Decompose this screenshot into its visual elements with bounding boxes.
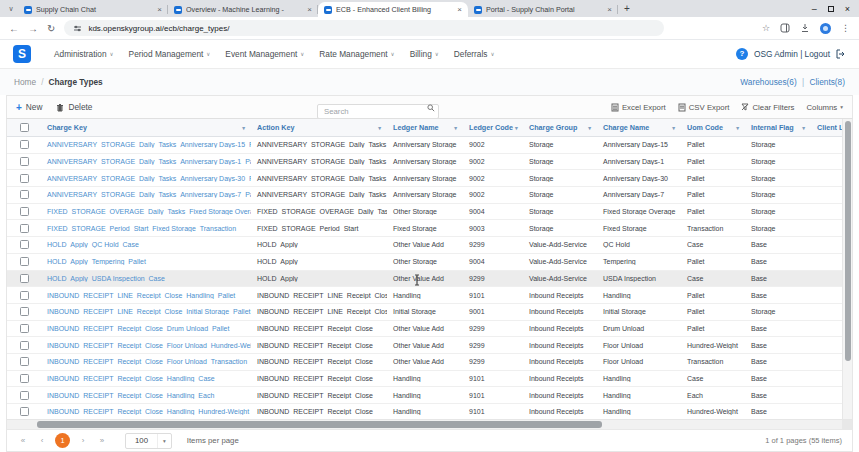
row-checkbox[interactable] [7, 240, 41, 249]
column-header-uom-code[interactable]: Uom Code▾ [681, 119, 745, 137]
nav-item-deferrals[interactable]: Deferrals∨ [454, 49, 495, 59]
filter-dropdown-icon[interactable]: ▾ [736, 125, 739, 131]
table-row[interactable]: INBOUND_RECEIPT_Receipt_Close_Handling_E… [7, 387, 852, 404]
new-button[interactable]: + New [16, 102, 42, 113]
logout-icon[interactable] [836, 49, 846, 59]
prev-page-button[interactable]: ‹ [36, 436, 48, 445]
table-row[interactable]: HOLD_Apply_QC Hold_CaseHOLD_ApplyOther V… [7, 237, 852, 254]
reload-button[interactable]: ↻ [47, 23, 55, 34]
browser-tab[interactable]: ECB - Enhanced Client Billing× [318, 2, 468, 17]
charge-key-link[interactable]: ANNIVERSARY_STORAGE_Daily_Tasks_Annivers… [41, 175, 251, 182]
nav-item-administration[interactable]: Administration∨ [54, 49, 114, 59]
filter-dropdown-icon[interactable]: ▾ [802, 125, 805, 131]
window-minimize-button[interactable]: – [812, 4, 817, 14]
charge-key-link[interactable]: INBOUND_RECEIPT_Receipt_Close_Handling_E… [41, 392, 251, 399]
filter-dropdown-icon[interactable]: ▾ [515, 125, 518, 131]
first-page-button[interactable]: « [17, 436, 29, 445]
column-header-ledger-code[interactable]: Ledger Code▾ [463, 119, 523, 137]
nav-item-billing[interactable]: Billing∨ [410, 49, 439, 59]
filter-dropdown-icon[interactable]: ▾ [454, 125, 457, 131]
search-icon[interactable] [427, 104, 435, 112]
column-header-action-key[interactable]: Action Key▾ [251, 119, 387, 137]
charge-key-link[interactable]: HOLD_Apply_USDA Inspection_Case [41, 275, 251, 282]
excel-export-button[interactable]: Excel Export [611, 103, 666, 112]
tab-search-button[interactable]: ∨ [4, 5, 18, 13]
charge-key-link[interactable]: INBOUND_RECEIPT_LINE_Receipt_Close_Initi… [41, 308, 251, 315]
charge-key-link[interactable]: INBOUND_RECEIPT_Receipt_Close_Drum Unloa… [41, 325, 251, 332]
vertical-scrollbar-thumb[interactable] [845, 121, 851, 361]
filter-dropdown-icon[interactable]: ▾ [672, 125, 675, 131]
row-checkbox[interactable] [7, 324, 41, 333]
table-row[interactable]: INBOUND_RECEIPT_Receipt_Close_Drum Unloa… [7, 321, 852, 338]
row-checkbox[interactable] [7, 407, 41, 416]
row-checkbox[interactable] [7, 374, 41, 383]
vertical-scrollbar[interactable] [842, 119, 852, 419]
column-header-client-li[interactable]: Client Li▾ [811, 119, 844, 137]
url-bar[interactable]: kds.openskygroup.ai/ecb/charge_types/ [64, 20, 664, 36]
page-size-select[interactable]: 100 ▾ [125, 433, 172, 449]
charge-key-link[interactable]: INBOUND_RECEIPT_LINE_Receipt_Close_Handl… [41, 292, 251, 299]
nav-item-rate-management[interactable]: Rate Management∨ [319, 49, 394, 59]
table-row[interactable]: INBOUND_RECEIPT_LINE_Receipt_Close_Handl… [7, 287, 852, 304]
charge-key-link[interactable]: FIXED_STORAGE_Period_Start_Fixed Storage… [41, 225, 251, 232]
current-page-button[interactable]: 1 [55, 433, 70, 448]
table-row[interactable]: INBOUND_RECEIPT_Receipt_Close_Floor Unlo… [7, 354, 852, 371]
new-tab-button[interactable]: + [624, 3, 630, 14]
row-checkbox[interactable] [7, 174, 41, 183]
browser-tab[interactable]: Supply Chain Chat× [18, 2, 168, 17]
browser-menu-icon[interactable]: ⋮ [841, 23, 850, 33]
table-row[interactable]: HOLD_Apply_USDA Inspection_CaseHOLD_Appl… [7, 271, 852, 288]
horizontal-scrollbar[interactable] [6, 420, 853, 429]
column-header-internal-flag[interactable]: Internal Flag▾ [745, 119, 811, 137]
row-checkbox[interactable] [7, 274, 41, 283]
table-row[interactable]: HOLD_Apply_Tempering_PalletHOLD_ApplyOth… [7, 254, 852, 271]
row-checkbox[interactable] [7, 224, 41, 233]
filter-dropdown-icon[interactable]: ▾ [242, 125, 245, 131]
charge-key-link[interactable]: HOLD_Apply_Tempering_Pallet [41, 258, 251, 265]
charge-key-link[interactable]: INBOUND_RECEIPT_Receipt_Close_Floor Unlo… [41, 358, 251, 365]
filter-dropdown-icon[interactable]: ▾ [588, 125, 591, 131]
table-row[interactable]: FIXED_STORAGE_OVERAGE_Daily_Tasks_Fixed … [7, 204, 852, 221]
table-row[interactable]: INBOUND_RECEIPT_Receipt_Close_Handling_H… [7, 404, 852, 420]
breadcrumb-home[interactable]: Home [14, 77, 36, 87]
row-checkbox[interactable] [7, 190, 41, 199]
browser-tab[interactable]: Overview - Machine Learning -× [168, 2, 318, 17]
nav-item-event-management[interactable]: Event Management∨ [225, 49, 304, 59]
forward-button[interactable]: → [28, 23, 38, 34]
row-checkbox[interactable] [7, 207, 41, 216]
browser-tab[interactable]: Portal - Supply Chain Portal× [468, 2, 618, 17]
table-row[interactable]: ANNIVERSARY_STORAGE_Daily_Tasks_Annivers… [7, 154, 852, 171]
tab-close-icon[interactable]: × [307, 5, 312, 14]
chevron-down-icon[interactable]: ▾ [157, 434, 171, 448]
horizontal-scrollbar-thumb[interactable] [37, 421, 602, 428]
column-header-charge-group[interactable]: Charge Group▾ [523, 119, 597, 137]
table-row[interactable]: ANNIVERSARY_STORAGE_Daily_Tasks_Annivers… [7, 187, 852, 204]
column-header-charge-key[interactable]: Charge Key▾ [41, 119, 251, 137]
charge-key-link[interactable]: ANNIVERSARY_STORAGE_Daily_Tasks_Annivers… [41, 141, 251, 148]
search-input[interactable] [317, 104, 439, 119]
back-button[interactable]: ← [9, 23, 19, 34]
select-all-checkbox[interactable] [7, 123, 41, 132]
row-checkbox[interactable] [7, 157, 41, 166]
row-checkbox[interactable] [7, 307, 41, 316]
clear-filters-button[interactable]: Clear Filters [741, 103, 794, 112]
next-page-button[interactable]: › [77, 436, 89, 445]
row-checkbox[interactable] [7, 291, 41, 300]
row-checkbox[interactable] [7, 140, 41, 149]
table-row[interactable]: INBOUND_RECEIPT_Receipt_Close_Handling_C… [7, 371, 852, 388]
column-header-ledger-name[interactable]: Ledger Name▾ [387, 119, 463, 137]
user-menu[interactable]: OSG Admin | Logout [754, 49, 830, 59]
clients-link[interactable]: Clients(8) [809, 77, 845, 87]
side-panel-icon[interactable] [780, 23, 790, 33]
logout-link[interactable]: Logout [805, 49, 830, 59]
row-checkbox[interactable] [7, 391, 41, 400]
table-row[interactable]: INBOUND_RECEIPT_Receipt_Close_Floor Unlo… [7, 337, 852, 354]
profile-avatar[interactable] [820, 23, 831, 34]
tab-close-icon[interactable]: × [457, 5, 462, 14]
tab-close-icon[interactable]: × [607, 5, 612, 14]
charge-key-link[interactable]: FIXED_STORAGE_OVERAGE_Daily_Tasks_Fixed … [41, 208, 251, 215]
delete-button[interactable]: Delete [56, 102, 92, 112]
table-row[interactable]: ANNIVERSARY_STORAGE_Daily_Tasks_Annivers… [7, 170, 852, 187]
help-icon[interactable]: ? [736, 48, 748, 60]
bookmark-star-icon[interactable]: ☆ [762, 23, 770, 33]
